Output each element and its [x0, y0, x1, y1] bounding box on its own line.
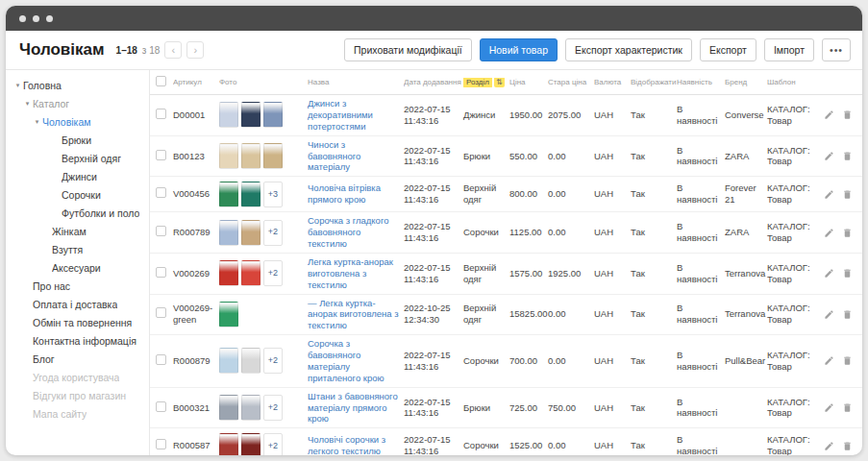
product-name-link[interactable]: Легка куртка-анорак виготовлена з тексти…: [308, 256, 400, 291]
product-name-link[interactable]: Джинси з декоративними потертостями: [308, 98, 400, 133]
column-header-visible[interactable]: Відображати: [631, 78, 677, 87]
sidebar-item[interactable]: ▾ Оплата і доставка: [6, 295, 149, 313]
product-name-link[interactable]: Чиноси з бавовняного матеріалу: [308, 139, 400, 174]
product-name-link[interactable]: Сорочка з бавовняного матеріалу притален…: [308, 338, 400, 384]
sidebar-item-label: Джинси: [62, 171, 97, 182]
product-name-link[interactable]: — Легка куртка-анорак виготовлена з текс…: [308, 298, 400, 332]
delete-icon[interactable]: [842, 268, 853, 279]
product-name-link[interactable]: Чоловіча вітрівка прямого крою: [308, 182, 400, 206]
delete-icon[interactable]: [842, 151, 853, 161]
export-characteristics-button[interactable]: Експорт характеристик: [565, 38, 692, 61]
new-product-button[interactable]: Новий товар: [480, 38, 558, 61]
product-photo: [263, 143, 283, 169]
sidebar-item[interactable]: ▾ Чоловікам: [6, 112, 149, 131]
window-control-icon[interactable]: [46, 15, 53, 22]
sidebar-item[interactable]: ▾ Обмін та повернення: [6, 313, 149, 331]
edit-icon[interactable]: [824, 355, 834, 366]
column-header-name[interactable]: Назва: [308, 78, 404, 87]
product-name-link[interactable]: Сорочка з гладкого бавовняного текстилю: [308, 215, 400, 250]
select-all-checkbox[interactable]: [156, 76, 166, 86]
sidebar-item[interactable]: ▾ Блог: [6, 350, 149, 368]
column-header-section[interactable]: Розділ⇅: [463, 78, 509, 87]
row-checkbox[interactable]: [156, 187, 166, 198]
more-photos-badge[interactable]: +3: [263, 182, 283, 207]
sidebar-item[interactable]: ▾ Аксесуари: [6, 258, 149, 277]
more-photos-badge[interactable]: +2: [263, 348, 283, 374]
sidebar-item-label: Угода користувача: [33, 372, 119, 383]
column-header-date[interactable]: Дата додавання: [404, 78, 463, 87]
edit-icon[interactable]: [824, 189, 834, 200]
column-header-currency[interactable]: Валюта: [594, 78, 631, 87]
cell-sku: R000879: [173, 355, 219, 367]
delete-icon[interactable]: [842, 441, 853, 451]
window-control-icon[interactable]: [33, 15, 39, 22]
edit-icon[interactable]: [824, 109, 834, 120]
row-checkbox[interactable]: [156, 401, 166, 412]
edit-icon[interactable]: [824, 151, 834, 161]
column-header-photo[interactable]: Фото: [219, 78, 308, 87]
column-header-old-price[interactable]: Стара ціна: [548, 78, 594, 87]
cell-sku: B000321: [173, 402, 219, 414]
product-name-link[interactable]: Чоловічі сорочки з легкого текстилю: [308, 434, 400, 455]
sidebar-item[interactable]: ▾ Мапа сайту: [6, 404, 149, 423]
pagination-prev-button[interactable]: ‹: [164, 41, 182, 59]
edit-icon[interactable]: [824, 268, 834, 279]
hide-modifications-button[interactable]: Приховати модифікації: [344, 38, 472, 61]
sidebar-item[interactable]: ▾ Верхній одяг: [6, 149, 149, 167]
edit-icon[interactable]: [824, 441, 834, 451]
sidebar-item[interactable]: ▾ Джинси: [6, 167, 149, 185]
row-checkbox[interactable]: [156, 439, 166, 449]
product-name-link[interactable]: Штани з бавовняного матеріалу прямого кр…: [308, 391, 400, 425]
row-checkbox[interactable]: [156, 267, 166, 278]
sidebar-item[interactable]: ▾ Контактна інформація: [6, 331, 149, 350]
sidebar-item[interactable]: ▾ Взуття: [6, 240, 149, 258]
row-checkbox[interactable]: [156, 226, 166, 236]
cell-currency: UAH: [594, 188, 631, 200]
row-checkbox[interactable]: [156, 307, 166, 318]
cell-photos: +3: [219, 182, 304, 207]
delete-icon[interactable]: [842, 109, 853, 120]
more-photos-badge[interactable]: +2: [263, 433, 283, 455]
import-button[interactable]: Імпорт: [764, 38, 814, 61]
delete-icon[interactable]: [842, 189, 853, 200]
row-actions: [821, 268, 862, 279]
delete-icon[interactable]: [842, 402, 853, 413]
sidebar-item[interactable]: ▾ Сорочки: [6, 185, 149, 204]
pagination-next-button[interactable]: ›: [186, 41, 204, 59]
row-checkbox[interactable]: [156, 109, 166, 119]
more-photos-badge[interactable]: +2: [263, 220, 283, 246]
cell-sku: D00001: [173, 109, 219, 121]
more-actions-button[interactable]: •••: [822, 38, 851, 61]
sidebar-item[interactable]: ▾ Головна: [6, 76, 149, 94]
column-header-template[interactable]: Шаблон: [767, 78, 821, 87]
cell-price: 725.00: [509, 402, 548, 414]
more-photos-badge[interactable]: +2: [263, 260, 283, 286]
cell-template: КАТАЛОГ: Товар: [767, 104, 821, 127]
cell-sku: V000269: [173, 268, 219, 279]
cell-photos: [219, 302, 304, 328]
edit-icon[interactable]: [824, 309, 834, 320]
row-checkbox[interactable]: [156, 354, 166, 365]
row-checkbox[interactable]: [156, 150, 166, 160]
sidebar-item[interactable]: ▾ Угода користувача: [6, 368, 149, 386]
more-photos-badge[interactable]: +2: [263, 395, 283, 421]
sidebar-item[interactable]: ▾ Про нас: [6, 277, 149, 295]
column-header-brand[interactable]: Бренд: [725, 78, 767, 87]
column-header-sku[interactable]: Артикул: [173, 78, 219, 87]
edit-icon[interactable]: [824, 228, 834, 238]
delete-icon[interactable]: [842, 355, 853, 366]
sidebar-item[interactable]: ▾ Жінкам: [6, 222, 149, 240]
sidebar-item[interactable]: ▾ Футболки и поло: [6, 204, 149, 222]
delete-icon[interactable]: [842, 228, 853, 238]
sort-icon[interactable]: ⇅: [494, 78, 505, 87]
cell-currency: UAH: [594, 355, 631, 367]
export-button[interactable]: Експорт: [700, 38, 756, 61]
sidebar-item[interactable]: ▾ Брюки: [6, 131, 149, 149]
delete-icon[interactable]: [842, 309, 853, 320]
sidebar-item[interactable]: ▾ Каталог: [6, 94, 149, 112]
sidebar-item[interactable]: ▾ Відгуки про магазин: [6, 386, 149, 404]
window-control-icon[interactable]: [19, 15, 26, 22]
edit-icon[interactable]: [824, 402, 834, 413]
column-header-stock[interactable]: Наявність: [677, 78, 725, 87]
column-header-price[interactable]: Ціна: [509, 78, 548, 87]
